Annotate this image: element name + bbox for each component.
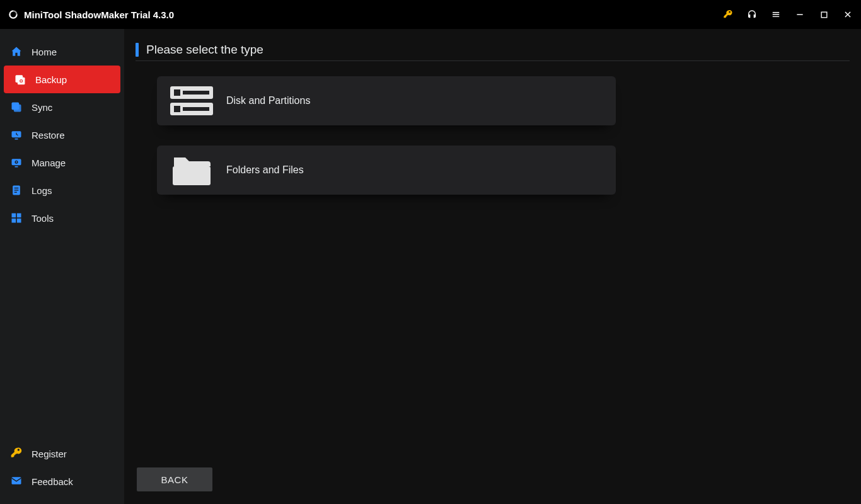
backup-icon xyxy=(14,73,26,86)
logs-icon xyxy=(10,184,23,197)
sidebar-nav: Home Backup Sync Restore xyxy=(0,38,124,435)
svg-rect-21 xyxy=(12,477,21,484)
content-header: Please select the type xyxy=(136,43,850,61)
sidebar: Home Backup Sync Restore xyxy=(0,29,124,504)
restore-icon xyxy=(10,129,23,141)
svg-rect-19 xyxy=(12,219,16,223)
manage-icon xyxy=(10,156,23,169)
mail-feedback-icon xyxy=(10,474,23,489)
svg-rect-28 xyxy=(173,166,211,185)
back-button[interactable]: BACK xyxy=(137,467,212,491)
svg-rect-10 xyxy=(15,166,18,168)
sidebar-item-tools[interactable]: Tools xyxy=(0,204,124,232)
folders-files-icon xyxy=(157,151,226,189)
svg-rect-14 xyxy=(14,188,19,188)
sidebar-item-logs[interactable]: Logs xyxy=(0,176,124,204)
sidebar-item-backup[interactable]: Backup xyxy=(4,66,120,93)
page-title: Please select the type xyxy=(146,43,263,57)
svg-rect-6 xyxy=(14,105,21,112)
titlebar-left: MiniTool ShadowMaker Trial 4.3.0 xyxy=(8,9,174,20)
sidebar-feedback[interactable]: Feedback xyxy=(0,467,124,495)
sidebar-item-home[interactable]: Home xyxy=(0,38,124,66)
main-panel: Please select the type Disk and Partitio… xyxy=(124,29,861,504)
sidebar-item-restore[interactable]: Restore xyxy=(0,121,124,149)
window-title: MiniTool ShadowMaker Trial 4.3.0 xyxy=(24,9,174,20)
maximize-icon[interactable] xyxy=(818,9,829,20)
svg-rect-26 xyxy=(174,106,180,112)
svg-rect-15 xyxy=(14,190,19,190)
key-register-icon xyxy=(10,447,23,461)
sidebar-item-label: Restore xyxy=(32,130,65,140)
sidebar-item-label: Logs xyxy=(32,185,52,196)
svg-rect-18 xyxy=(17,214,21,218)
sidebar-item-label: Home xyxy=(32,47,57,57)
minimize-icon[interactable] xyxy=(794,9,806,20)
sidebar-register[interactable]: Register xyxy=(0,440,124,467)
disk-partitions-icon xyxy=(157,84,226,118)
sidebar-feedback-label: Feedback xyxy=(32,476,73,487)
sidebar-item-label: Tools xyxy=(32,213,54,224)
sidebar-item-label: Manage xyxy=(32,158,66,168)
titlebar-right xyxy=(722,9,853,20)
svg-rect-23 xyxy=(174,89,180,96)
svg-rect-17 xyxy=(12,214,16,218)
svg-rect-20 xyxy=(17,219,21,223)
svg-rect-27 xyxy=(183,107,209,111)
svg-rect-0 xyxy=(797,14,802,14)
sidebar-register-label: Register xyxy=(32,449,67,459)
tools-icon xyxy=(10,212,23,224)
svg-rect-1 xyxy=(821,12,827,18)
sidebar-item-sync[interactable]: Sync xyxy=(0,93,124,121)
footer: BACK xyxy=(124,467,861,504)
sidebar-item-manage[interactable]: Manage xyxy=(0,149,124,176)
sidebar-bottom: Register Feedback xyxy=(0,435,124,504)
option-folders-files[interactable]: Folders and Files xyxy=(157,146,616,195)
option-label: Disk and Partitions xyxy=(226,95,310,106)
svg-rect-16 xyxy=(14,192,17,193)
app-body: Home Backup Sync Restore xyxy=(0,29,861,504)
option-label: Folders and Files xyxy=(226,164,304,176)
sync-icon xyxy=(10,101,23,113)
close-icon[interactable] xyxy=(842,9,853,20)
headset-icon[interactable] xyxy=(746,9,758,20)
svg-rect-8 xyxy=(15,139,18,140)
sidebar-item-label: Backup xyxy=(35,74,67,85)
key-icon[interactable] xyxy=(722,9,734,20)
content-area: Disk and Partitions Folders and Files xyxy=(124,67,861,467)
home-icon xyxy=(10,45,23,58)
header-accent-bar xyxy=(136,43,139,57)
menu-icon[interactable] xyxy=(770,9,782,20)
sidebar-item-label: Sync xyxy=(32,102,52,113)
option-disk-partitions[interactable]: Disk and Partitions xyxy=(157,76,616,125)
app-logo-icon xyxy=(8,9,19,20)
svg-point-12 xyxy=(16,161,17,163)
svg-rect-24 xyxy=(183,91,209,94)
titlebar: MiniTool ShadowMaker Trial 4.3.0 xyxy=(0,0,861,29)
